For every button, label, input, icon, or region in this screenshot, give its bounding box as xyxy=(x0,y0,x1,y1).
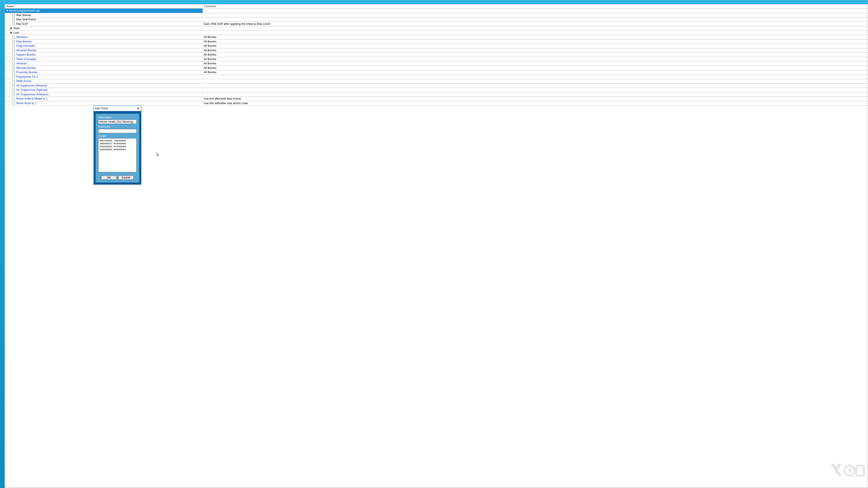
row-label: 9999 Ammo xyxy=(16,79,31,83)
table-row[interactable]: MolotovsAll Bombs xyxy=(5,35,868,39)
table-row[interactable]: Loot: xyxy=(5,31,868,35)
row-label: Proximity Bombs xyxy=(16,71,37,74)
comment-input[interactable] xyxy=(98,129,136,133)
row-comment: All Bombs xyxy=(203,53,868,56)
app-frame: Name Comment bendsavegame\ps4\.sav Max M… xyxy=(0,0,868,488)
table-row[interactable]: Stats: xyxy=(5,26,868,31)
add-cheat-dialog: Add Cheat ✕ Description Comment Codes OK… xyxy=(94,106,141,185)
cancel-button[interactable]: Cancel xyxy=(118,175,133,180)
row-label: Molotovs xyxy=(16,35,28,39)
row-comment: All Bombs xyxy=(203,40,868,43)
row-label: Reset Knife & Melee to 1 xyxy=(16,97,48,100)
row-label: Polystyrene Fix 2 xyxy=(16,75,38,78)
table-row[interactable]: Polystyrene Fix 2 xyxy=(5,75,868,79)
description-label: Description xyxy=(98,116,136,119)
checkbox[interactable] xyxy=(12,45,15,47)
table-row[interactable]: Max EXPGain ONE EXP after applying the c… xyxy=(5,22,868,26)
dialog-title: Add Cheat xyxy=(95,107,108,110)
checkbox[interactable] xyxy=(12,89,15,91)
ok-button[interactable]: OK xyxy=(101,175,117,180)
file-row[interactable]: bendsavegame\ps4\.sav xyxy=(5,8,868,13)
row-comment: All Bombs xyxy=(203,58,868,61)
checkbox[interactable] xyxy=(12,98,15,100)
checkbox[interactable] xyxy=(12,71,15,74)
codes-textarea[interactable] xyxy=(98,138,136,172)
row-label: Max Money xyxy=(16,13,31,17)
checkbox[interactable] xyxy=(12,102,15,104)
row-label: Inf Suppressor (Primary) xyxy=(16,84,47,87)
row-label: Max EXP xyxy=(16,22,28,26)
row-label: Inf. Suppressor (Special) xyxy=(16,88,48,92)
row-comment: All Bombs xyxy=(203,49,868,52)
row-label: Max Skill Points xyxy=(16,18,36,21)
description-input[interactable] xyxy=(98,120,136,124)
row-comment: Use this after/with Max Ammo xyxy=(203,97,868,100)
checkbox[interactable] xyxy=(12,18,15,21)
row-comment: All Bombs xyxy=(203,44,868,47)
table-row[interactable]: Max Skill Points xyxy=(5,18,868,22)
table-row[interactable]: Remote BombsAll Bombs xyxy=(5,66,868,70)
table-row[interactable]: Inf. Suppressor (Sidearm) xyxy=(5,92,868,97)
checkbox[interactable] xyxy=(12,40,15,43)
content-panel: Name Comment bendsavegame\ps4\.sav Max M… xyxy=(4,4,868,488)
checkbox[interactable] xyxy=(12,67,15,69)
table-row[interactable]: Proximity BombsAll Bombs xyxy=(5,70,868,75)
table-row[interactable]: Reset Knife & Melee to 1Use this after/w… xyxy=(5,97,868,101)
row-comment: All Bombs xyxy=(203,35,868,39)
row-label: Attractor Bombs xyxy=(16,49,37,52)
row-comment: All Bombs xyxy=(203,62,868,65)
row-comment: Use this with/after max ammo code xyxy=(203,102,868,105)
row-label: Frag Grenades xyxy=(16,44,35,47)
column-header-name[interactable]: Name xyxy=(5,4,203,8)
row-label: Loot: xyxy=(13,31,20,34)
checkbox[interactable] xyxy=(12,62,15,65)
codes-label: Codes xyxy=(98,134,136,138)
checkbox[interactable] xyxy=(12,14,15,16)
row-label: Pipe Bombs xyxy=(16,40,31,43)
close-icon[interactable]: ✕ xyxy=(135,107,141,110)
dialog-titlebar[interactable]: Add Cheat ✕ xyxy=(94,106,141,111)
checkbox[interactable] xyxy=(12,75,15,78)
checkbox[interactable] xyxy=(12,58,15,60)
table-row[interactable]: Inf Suppressor (Primary) xyxy=(5,84,868,88)
table-row[interactable]: Inf. Suppressor (Special) xyxy=(5,88,868,92)
row-label: Inf. Suppressor (Sidearm) xyxy=(16,93,49,96)
table-row[interactable]: Flash GrenadesAll Bombs xyxy=(5,57,868,62)
checkbox[interactable] xyxy=(12,36,15,38)
cheat-tree: bendsavegame\ps4\.sav Max MoneyMax Skill… xyxy=(5,8,868,105)
checkbox[interactable] xyxy=(12,80,15,83)
table-row[interactable]: Pipe BombsAll Bombs xyxy=(5,39,868,44)
row-label: Flash Grenades xyxy=(16,58,36,61)
checkbox[interactable] xyxy=(12,54,15,56)
checkbox[interactable] xyxy=(12,93,15,96)
row-comment: Gain ONE EXP after applying the cheat to… xyxy=(203,22,868,26)
table-row[interactable]: Frag GrenadesAll Bombs xyxy=(5,44,868,48)
row-label: Napalm Bombs xyxy=(16,53,35,56)
column-header-comment[interactable]: Comment xyxy=(203,4,868,8)
row-comment: All Bombs xyxy=(203,66,868,70)
caret-right-icon[interactable] xyxy=(11,32,12,34)
file-label: bendsavegame\ps4\.sav xyxy=(9,9,40,12)
table-row[interactable]: 9999 Ammo xyxy=(5,79,868,84)
row-label: Reset Rock to 1 xyxy=(16,102,36,105)
table-row[interactable]: Attractor BombsAll Bombs xyxy=(5,48,868,53)
table-row[interactable]: Napalm BombsAll Bombs xyxy=(5,53,868,57)
table-header: Name Comment xyxy=(5,4,868,8)
checkbox[interactable] xyxy=(12,49,15,52)
checkbox[interactable] xyxy=(12,23,15,25)
row-comment: All Bombs xyxy=(203,71,868,74)
table-row[interactable]: Reset Rock to 1Use this with/after max a… xyxy=(5,101,868,106)
comment-label: Comment xyxy=(98,125,136,128)
table-row[interactable]: Max Money xyxy=(5,13,868,18)
row-label: Attractor xyxy=(16,62,27,65)
table-row[interactable]: AttractorAll Bombs xyxy=(5,61,868,66)
caret-right-icon[interactable] xyxy=(11,27,12,29)
checkbox[interactable] xyxy=(12,84,15,87)
row-label: Stats: xyxy=(13,27,21,30)
row-label: Remote Bombs xyxy=(16,66,36,70)
caret-down-icon[interactable] xyxy=(6,10,8,11)
